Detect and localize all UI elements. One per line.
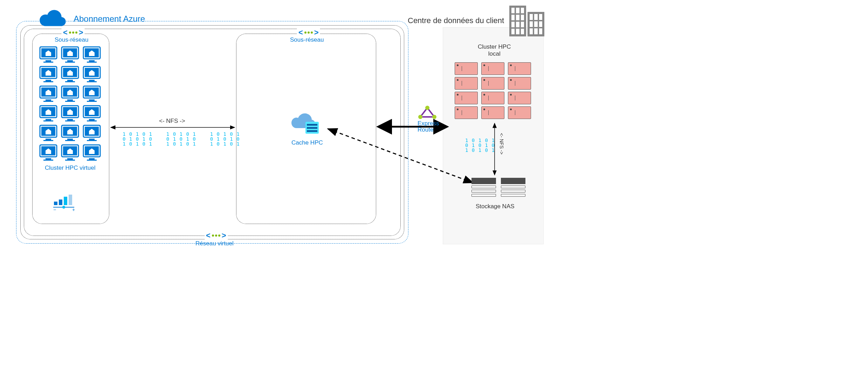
svg-rect-14 [46, 80, 51, 81]
svg-rect-62 [46, 158, 51, 160]
svg-rect-74 [64, 197, 67, 205]
vm-icon [39, 85, 58, 103]
svg-rect-55 [65, 140, 75, 141]
vm-icon [60, 144, 80, 162]
svg-rect-27 [43, 101, 53, 102]
scale-icon: − + [53, 195, 81, 211]
hpc-local-rack [455, 62, 531, 119]
svg-rect-73 [59, 200, 62, 205]
svg-rect-47 [87, 120, 97, 121]
svg-rect-43 [65, 120, 75, 121]
svg-rect-7 [65, 62, 75, 63]
svg-rect-35 [87, 101, 97, 102]
subnet-label-left: Sous-réseau [55, 36, 88, 43]
svg-rect-66 [67, 158, 73, 160]
diagram-root: Abonnement Azure Centre de données du cl… [0, 0, 546, 252]
svg-rect-75 [69, 195, 72, 205]
vm-icon [39, 104, 58, 122]
vm-icon [39, 144, 58, 162]
svg-rect-83 [307, 127, 317, 129]
svg-rect-31 [65, 101, 75, 102]
svg-rect-70 [89, 158, 95, 160]
svg-rect-2 [46, 60, 51, 62]
svg-rect-58 [89, 139, 95, 140]
svg-rect-59 [87, 140, 97, 141]
svg-rect-84 [307, 130, 317, 132]
vm-icon [82, 144, 102, 162]
svg-rect-67 [65, 160, 75, 161]
vm-icon [82, 124, 102, 142]
svg-rect-39 [43, 120, 53, 121]
svg-rect-19 [65, 81, 75, 82]
svg-text:+: + [72, 207, 75, 211]
svg-text:−: − [53, 207, 56, 211]
subnet-label-right: Sous-réseau [290, 36, 324, 43]
svg-point-91 [432, 115, 436, 119]
svg-point-90 [418, 115, 422, 119]
nfs-arrow-internal [109, 125, 236, 130]
nfs-label-internal: <- NFS -> [159, 118, 185, 125]
nas-label: Stockage NAS [476, 203, 515, 210]
vm-cluster [39, 46, 102, 162]
buildings-icon [509, 6, 544, 36]
vm-icon [60, 85, 80, 103]
subnet-marker-left: <> [62, 28, 85, 37]
vm-icon [60, 124, 80, 142]
hpc-local-label: Cluster HPC local [478, 43, 511, 57]
svg-rect-72 [54, 202, 57, 205]
nas-storage [471, 178, 525, 200]
azure-cloud-icon [36, 6, 69, 27]
azure-title: Abonnement Azure [74, 14, 145, 24]
cache-to-nas-arrow [326, 127, 476, 186]
svg-point-89 [425, 106, 429, 110]
svg-rect-11 [87, 62, 97, 63]
svg-rect-6 [67, 60, 73, 62]
svg-point-77 [62, 206, 65, 209]
binary-data-left: 1 0 1 0 10 1 0 1 01 0 1 0 1 1 0 1 0 10 1… [123, 132, 240, 146]
svg-line-92 [328, 129, 473, 183]
vnet-marker: <> [205, 231, 228, 240]
svg-rect-10 [89, 60, 95, 62]
vm-icon [82, 65, 102, 83]
binary-data-dc: 1 0 1 0 10 1 0 1 01 0 1 0 1 [465, 138, 495, 153]
datacenter-title: Centre de données du client [408, 16, 504, 25]
svg-rect-46 [89, 119, 95, 120]
vm-icon [82, 46, 102, 64]
svg-rect-63 [43, 160, 53, 161]
svg-rect-42 [67, 119, 73, 120]
vm-icon [60, 104, 80, 122]
svg-rect-23 [87, 81, 97, 82]
svg-rect-18 [67, 80, 73, 81]
vm-icon [82, 104, 102, 122]
cache-hpc-icon [290, 111, 322, 136]
svg-rect-38 [46, 119, 51, 120]
vm-icon [60, 65, 80, 83]
vm-icon [60, 46, 80, 64]
svg-rect-71 [87, 160, 97, 161]
svg-rect-51 [43, 140, 53, 141]
svg-rect-30 [67, 99, 73, 101]
subnet-marker-right: <> [297, 28, 320, 37]
svg-rect-22 [89, 80, 95, 81]
expressroute-icon [418, 106, 437, 120]
svg-rect-15 [43, 81, 53, 82]
vm-icon [39, 46, 58, 64]
svg-rect-26 [46, 99, 51, 101]
svg-rect-34 [89, 99, 95, 101]
vm-cluster-label: Cluster HPC virtuel [45, 164, 96, 172]
vm-icon [39, 65, 58, 83]
svg-rect-82 [307, 124, 317, 126]
vm-icon [82, 85, 102, 103]
svg-rect-54 [67, 139, 73, 140]
svg-rect-50 [46, 139, 51, 140]
svg-rect-3 [43, 62, 53, 63]
vm-icon [39, 124, 58, 142]
nfs-label-dc: <- NFS -> [499, 133, 504, 154]
vnet-label: Réseau virtuel [195, 240, 234, 247]
cache-hpc-label: Cache HPC [291, 139, 323, 146]
